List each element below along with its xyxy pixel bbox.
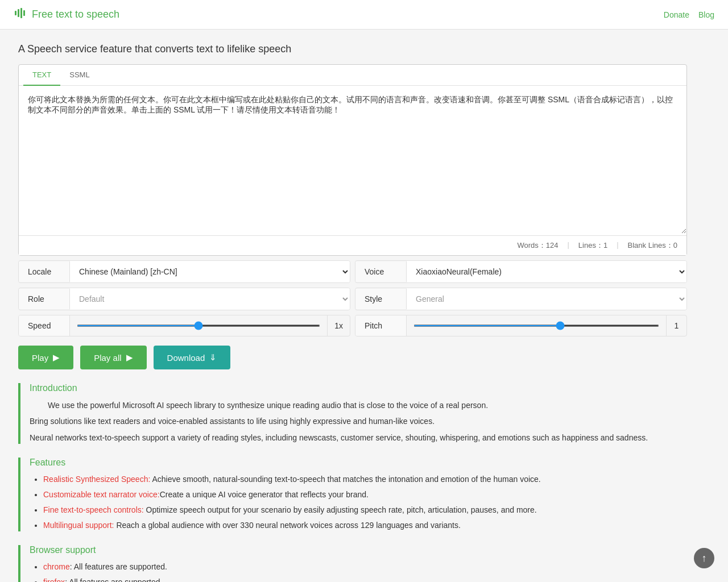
download-button[interactable]: Download ⇓ <box>154 346 231 369</box>
text-stats: Words：124 | Lines：1 | Blank Lines：0 <box>19 235 686 255</box>
text-input[interactable]: 你可将此文本替换为所需的任何文本。你可在此文本框中编写或在此处粘贴你自己的文本。… <box>19 86 686 234</box>
blank-lines-stat: Blank Lines：0 <box>628 240 677 251</box>
features-title: Features <box>30 458 687 468</box>
action-buttons: Play ▶ Play all ▶ Download ⇓ <box>18 346 687 369</box>
tab-text[interactable]: TEXT <box>23 65 60 86</box>
scroll-to-top-button[interactable]: ↑ <box>694 548 714 568</box>
controls-wrapper: Locale Chinese (Mainland) [zh-CN] Englis… <box>18 260 687 336</box>
intro-paragraph2: Bring solutions like text readers and vo… <box>30 415 687 427</box>
words-stat: Words：124 <box>517 240 558 251</box>
intro-paragraph1: We use the powerful Microsoft AI speech … <box>48 399 687 411</box>
browser-support-section: Browser support chrome: All features are… <box>18 545 687 582</box>
svg-rect-2 <box>20 8 22 18</box>
pitch-label: Pitch <box>355 315 407 336</box>
play-all-button[interactable]: Play all ▶ <box>80 346 146 369</box>
browser-support-title: Browser support <box>30 545 687 555</box>
donate-link[interactable]: Donate <box>664 10 689 19</box>
text-editor-container: TEXT SSML 你可将此文本替换为所需的任何文本。你可在此文本框中编写或在此… <box>18 64 687 256</box>
browser-text-1: : All features are supported. <box>65 577 162 582</box>
editor-tabs: TEXT SSML <box>19 65 686 86</box>
svg-rect-0 <box>15 11 16 15</box>
browser-list: chrome: All features are supported. fire… <box>30 561 687 582</box>
feature-text-3: Reach a global audience with over 330 ne… <box>114 521 461 530</box>
feature-text-1: Create a unique AI voice generator that … <box>160 490 369 499</box>
role-label: Role <box>19 289 70 309</box>
lines-stat: Lines：1 <box>578 240 607 251</box>
browser-item-0: chrome: All features are supported. <box>43 561 687 573</box>
voice-label: Voice <box>355 261 407 282</box>
role-control: Role Default <box>18 288 350 310</box>
style-control: Style General Newscast CustomerService <box>355 288 687 310</box>
locale-select[interactable]: Chinese (Mainland) [zh-CN] English (US) … <box>70 261 350 282</box>
download-icon: ⇓ <box>209 352 217 363</box>
page-subtitle: A Speech service feature that converts t… <box>18 43 687 55</box>
speed-label: Speed <box>19 315 70 336</box>
feature-link-3[interactable]: Multilingual support: <box>43 521 114 530</box>
browser-text-0: : All features are supported. <box>70 562 167 571</box>
pitch-slider[interactable] <box>413 325 659 327</box>
style-label: Style <box>355 289 407 309</box>
browser-item-1: firefox: All features are supported. <box>43 576 687 582</box>
feature-item-3: Multilingual support: Reach a global aud… <box>43 519 687 531</box>
feature-item-2: Fine text-to-speech controls: Optimize s… <box>43 504 687 516</box>
intro-title: Introduction <box>30 383 687 393</box>
play-icon: ▶ <box>53 352 60 363</box>
pitch-control: Pitch 1 <box>355 315 687 336</box>
features-section: Features Realistic Synthesized Speech: A… <box>18 458 687 531</box>
feature-item-0: Realistic Synthesized Speech: Achieve sm… <box>43 473 687 485</box>
locale-label: Locale <box>19 261 70 282</box>
feature-link-1[interactable]: Customizable text narrator voice: <box>43 490 160 499</box>
intro-paragraph3: Neural networks text-to-speech support a… <box>30 431 687 444</box>
voice-select[interactable]: XiaoxiaoNeural(Female) XiaoyunNeural(Fem… <box>407 261 686 282</box>
pitch-slider-container <box>407 325 666 327</box>
play-button[interactable]: Play ▶ <box>18 346 73 369</box>
svg-rect-3 <box>23 10 25 16</box>
app-title: Free text to speech <box>32 9 119 20</box>
svg-rect-1 <box>18 9 19 17</box>
speed-slider[interactable] <box>77 325 320 327</box>
feature-link-2[interactable]: Fine text-to-speech controls: <box>43 505 144 514</box>
logo-area: Free text to speech <box>14 6 119 23</box>
feature-text-0: Achieve smooth, natural-sounding text-to… <box>150 475 540 484</box>
header-nav: Donate Blog <box>664 10 714 19</box>
blog-link[interactable]: Blog <box>698 10 714 19</box>
feature-item-1: Customizable text narrator voice:Create … <box>43 489 687 501</box>
speed-slider-container <box>70 325 327 327</box>
logo-icon <box>14 6 27 23</box>
play-all-icon: ▶ <box>126 352 133 363</box>
feature-link-0[interactable]: Realistic Synthesized Speech: <box>43 475 150 484</box>
tab-ssml[interactable]: SSML <box>60 65 98 86</box>
browser-link-1[interactable]: firefox <box>43 577 65 582</box>
intro-section: Introduction We use the powerful Microso… <box>18 383 687 444</box>
features-list: Realistic Synthesized Speech: Achieve sm… <box>30 473 687 531</box>
style-select[interactable]: General Newscast CustomerService <box>407 288 686 310</box>
scroll-top-icon: ↑ <box>702 552 707 564</box>
browser-link-0[interactable]: chrome <box>43 562 70 571</box>
feature-text-2: Optimize speech output for your scenario… <box>144 505 537 514</box>
role-select[interactable]: Default <box>70 288 350 310</box>
speed-control: Speed 1x <box>18 315 350 336</box>
pitch-value: 1 <box>666 315 686 336</box>
voice-control: Voice XiaoxiaoNeural(Female) XiaoyunNeur… <box>355 260 687 283</box>
locale-control: Locale Chinese (Mainland) [zh-CN] Englis… <box>18 260 350 283</box>
speed-value: 1x <box>327 315 350 336</box>
